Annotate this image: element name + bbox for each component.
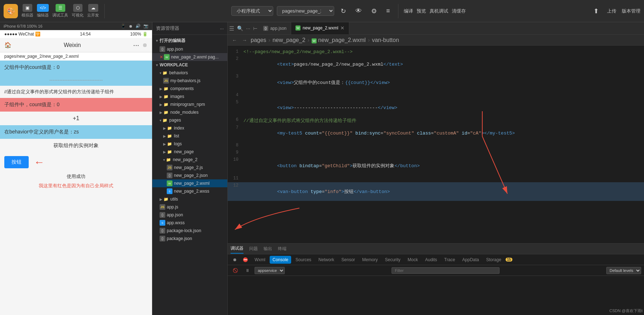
child-count-row: 子组件中，count值是：0 [0,98,152,112]
debug-tab-sources[interactable]: Sources [293,256,314,264]
debug-tab-network[interactable]: Network [316,256,337,264]
debug-tab-security[interactable]: Security [382,256,403,264]
new-page-2-folder[interactable]: ▾ 📁 new_page_2 [152,156,227,164]
utils-folder[interactable]: ▶ 📁 utils [152,195,227,203]
miniprogram-npm-folder[interactable]: ▶ 📁 miniprogram_npm [152,100,227,108]
bottom-tab-terminal[interactable]: 终端 [278,244,287,253]
workplace-header[interactable]: ▾ WORKPLACE [152,61,227,69]
debug-button[interactable]: ☰ [56,4,65,12]
new-page-2-wxml[interactable]: W new_page_2.wxml [152,179,227,187]
mode-select[interactable]: 小程序模式 [231,6,273,16]
red-arrow-svg-1 [479,108,550,215]
new-page-folder[interactable]: ▶ 📁 new_page [152,148,227,156]
editor-group: </> 编辑器 [37,4,49,18]
path-select[interactable]: pages/new_page_2/n... [277,6,334,16]
split-btn[interactable]: ⊢ [252,25,259,32]
red-arrow-phone: ← [34,156,44,168]
settings-button[interactable]: ⚙ [368,6,380,17]
visualize-button[interactable]: ⬡ [73,4,82,12]
phone-panel: iPhone 6/7/8 100% 16 📱 ⏺ 🔊 📷 ●●●●● WeCha… [0,22,152,315]
phone-screen[interactable]: ●●●●● WeChat 🛜 14:54 100% 🔋 🏠 Weixin ···… [0,30,152,315]
divider-row: -------------------------------- [0,74,152,86]
app-js[interactable]: JS app.js [152,203,227,211]
debug-tab-memory[interactable]: Memory [359,256,380,264]
console-clear-btn[interactable]: 🚫 [231,267,240,274]
code-area[interactable]: 1 <!--pages/new_page_2/new_page_2.wxml--… [228,46,644,243]
images-folder[interactable]: ▶ 📁 images [152,93,227,100]
editor-button[interactable]: </> [37,4,49,12]
bottom-tab-problems[interactable]: 问题 [249,244,258,253]
service-select[interactable]: appservice [255,267,285,274]
simulator-button[interactable]: ▣ [23,4,32,12]
my-behaviors-js[interactable]: JS my-behaviors.js [152,77,227,85]
logs-folder[interactable]: ▶ 📁 logs [152,140,227,148]
debug-tab-trace[interactable]: Trace [441,256,458,264]
new-page-2-wxss[interactable]: S new_page_2.wxss [152,187,227,195]
app-icon: 🎨 [4,4,18,18]
behaviors-folder[interactable]: ▾ 📁 behaviors [152,69,227,77]
index-folder[interactable]: ▶ 📁 index [152,124,227,132]
app-wxss[interactable]: S app.wxss [152,219,227,227]
wxml-icon-open: W [164,54,170,60]
code-line-8: 8 [228,142,644,149]
filter-input[interactable] [392,267,499,274]
debug-tab-mock[interactable]: Mock [405,256,421,264]
debug-stop-btn[interactable]: ⛔ [241,257,250,263]
more-btn[interactable]: ··· [245,25,252,32]
list-folder[interactable]: ▶ 📁 list [152,132,227,140]
node-modules-folder[interactable]: ▶ 📁 node_modules [152,108,227,116]
phone-status-bar: ●●●●● WeChat 🛜 14:54 100% 🔋 [0,30,152,38]
debug-tab-console[interactable]: Console [270,256,291,264]
top-toolbar: 🎨 ▣ 模拟器 </> 编辑器 ☰ 调试工具 ⬡ 可视化 ☁ 云开发 小程序模式… [0,0,644,22]
debug-tab-appdata[interactable]: AppData [459,256,482,264]
json-icon-package: {} [160,236,165,241]
new-page-2-json[interactable]: {} new_page_2.json [152,171,227,179]
debug-tab-wxml[interactable]: Wxml [252,256,268,264]
code-line-3: 3 <view>父组件中的count值是：{{count}}</view> [228,73,644,92]
phone-nav-bar: 🏠 Weixin ··· ⏺ [0,38,152,52]
open-file-new-page-wxml[interactable]: ✕ W new_page_2.wxml pag... [152,53,227,61]
eye-button[interactable]: 👁 [352,6,365,16]
tab-app-json[interactable]: {} app.json [259,22,291,34]
console-pause-btn[interactable]: ⏸ [243,267,252,274]
layers-button[interactable]: ≡ [383,6,393,16]
debug-tab-audits[interactable]: Audits [422,256,440,264]
open-file-app-json[interactable]: {} app.json [152,45,227,53]
bottom-tab-debugger[interactable]: 调试器 [231,244,243,254]
open-editors-header[interactable]: ▾ 打开的编辑器 [152,36,227,45]
pages-folder[interactable]: ▾ 📁 pages [152,116,227,124]
new-page-2-js[interactable]: JS new_page_2.js [152,164,227,171]
phone-top-bar: iPhone 6/7/8 100% 16 📱 ⏺ 🔊 📷 [0,22,152,30]
van-button[interactable]: 按钮 [4,156,29,168]
file-panel-more[interactable]: ··· [220,26,224,31]
package-lock-json[interactable]: {} package-lock.json [152,227,227,235]
tab-list-btn[interactable]: ☰ [228,24,236,33]
search-btn[interactable]: 🔍 [236,25,245,32]
code-line-10: 10 <button bindtap="getChild">获取组件的实例对象<… [228,156,644,175]
components-folder[interactable]: ▶ 📁 components [152,85,227,93]
package-json[interactable]: {} package.json [152,235,227,243]
compile-label: 编译 [404,8,413,14]
code-line-4: 4 [228,92,644,99]
app-json[interactable]: {} app.json [152,211,227,219]
debug-tab-storage[interactable]: Storage [483,256,504,264]
real-debug-label: 真机调试 [430,8,448,14]
folder-icon-miniprogram: 📁 [163,102,169,107]
get-instance-row: 获取组件的实例对象 [0,139,152,152]
tab-app-json-label: app.json [270,26,287,31]
btn-area: 按钮 ← [0,152,152,172]
bottom-tab-output[interactable]: 输出 [264,244,272,253]
tab-new-page-wxml[interactable]: W new_page_2.wxml ✕ [291,22,349,34]
bottom-content [228,276,644,315]
back-btn[interactable]: ← [231,37,238,44]
cloud-button[interactable]: ☁ [88,4,98,12]
forward-btn[interactable]: → [241,37,248,44]
tab-close-icon[interactable]: ✕ [340,25,345,31]
js-icon-behaviors: JS [163,78,169,84]
refresh-button[interactable]: ↻ [338,6,349,17]
upload-button[interactable]: ⬆ [591,6,602,17]
debug-tab-sensor[interactable]: Sensor [338,256,358,264]
level-select[interactable]: Default levels [606,267,641,274]
wxss-icon-new-page-2: S [167,188,172,194]
debug-toolbar-btn[interactable]: ⏺ [231,257,239,263]
